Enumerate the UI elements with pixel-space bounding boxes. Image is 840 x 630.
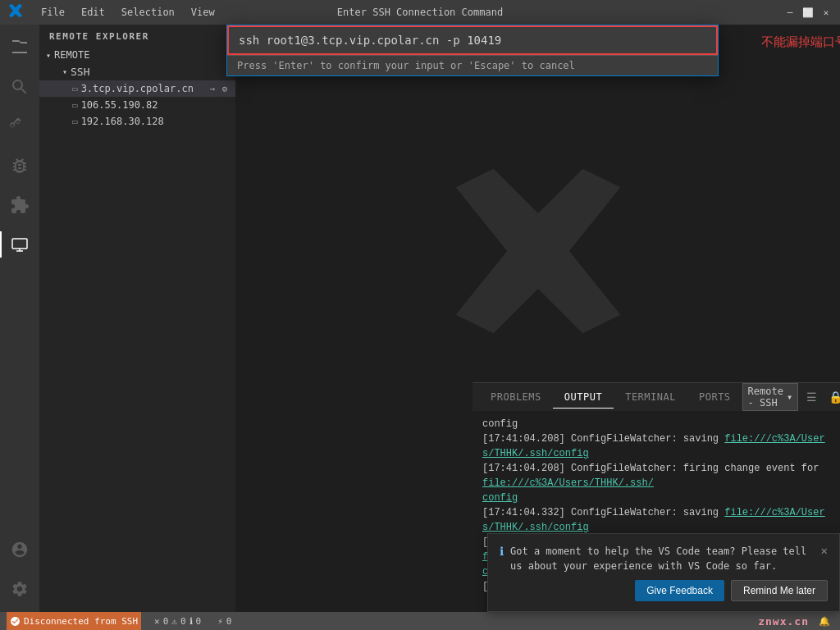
tab-ports[interactable]: PORTS [687,386,742,409]
panel-tabs: PROBLEMS OUTPUT TERMINAL PORTS Remote - … [472,383,840,412]
bell-icon: 🔔 [819,616,830,627]
status-ssh-connection[interactable]: Disconnected from SSH [7,612,141,630]
info-icon: ℹ [189,616,193,627]
status-ports[interactable]: ⚡ 0 [214,612,235,630]
ssh-command-input[interactable] [229,27,716,53]
output-link[interactable]: file:///c%3A/Users/THHK/.ssh/config [482,433,825,459]
minimize-button[interactable]: ─ [784,7,796,18]
activity-item-extensions[interactable] [0,185,39,225]
app-icon [8,3,23,21]
host-name-2: 106.55.190.82 [81,99,229,111]
activity-item-source-control[interactable] [0,107,39,146]
menu-selection[interactable]: Selection [115,5,181,20]
command-hint: Press 'Enter' to confirm your input or '… [227,55,718,75]
annotation-text: 不能漏掉端口号 [761,34,840,50]
host-name-1: 3.tcp.vip.cpolar.cn [81,83,205,94]
error-icon: ✕ [154,616,160,627]
remote-label: REMOTE [54,49,89,61]
panel-lock-btn[interactable]: 🔒 [825,389,840,405]
menu-file[interactable]: File [34,5,71,20]
window-controls: ─ ⬜ ✕ [784,7,832,18]
dropdown-label: Remote - SSH [748,386,783,409]
toast-message: Got a moment to help the VS Code team? P… [510,544,815,573]
activity-item-accounts[interactable] [0,530,39,569]
error-count: 0 [163,616,169,627]
svg-rect-0 [12,239,27,249]
status-bar: Disconnected from SSH ✕ 0 ⚠ 0 ℹ 0 ⚡ 0 zn… [0,612,840,630]
ssh-host-3[interactable]: ▭ 192.168.30.128 [39,113,235,130]
sidebar-remote-section: ▾ REMOTE ▾ SSH ▭ 3.tcp.vip.cpolar.cn → ⚙… [39,45,235,131]
command-dialog: Press 'Enter' to confirm your input or '… [226,25,719,76]
give-feedback-button[interactable]: Give Feedback [635,580,724,601]
output-link[interactable]: file:///c%3A/Users/THHK/.ssh/config [482,507,825,533]
main-layout: Remote Explorer ▾ REMOTE ▾ SSH ▭ 3.tcp.v… [0,25,840,612]
output-line: config [482,417,830,431]
dropdown-chevron-icon: ▾ [787,391,792,403]
port-icon: ⚡ [217,616,223,627]
activity-item-remote[interactable] [0,225,39,264]
sidebar-ssh-item[interactable]: ▾ SSH [39,63,235,80]
status-errors[interactable]: ✕ 0 ⚠ 0 ℹ 0 [151,612,204,630]
output-line: [17:41:04.208] ConfigFileWatcher: firing… [482,461,830,505]
restore-button[interactable]: ⬜ [802,7,814,18]
activity-bar-bottom [0,530,39,612]
tab-problems[interactable]: PROBLEMS [479,386,553,409]
warning-count: 0 [180,616,186,627]
watermark-label: znwx.cn [758,615,809,628]
info-count: 0 [196,616,202,627]
host-actions-1: → ⚙ [208,84,229,94]
monitor-icon-1: ▭ [72,84,78,94]
remote-chevron: ▾ [46,51,51,60]
remind-later-button[interactable]: Remind Me later [731,580,828,601]
menu-items: File Edit Selection View [34,5,221,20]
ssh-chevron: ▾ [62,67,67,76]
menu-view[interactable]: View [185,5,221,20]
toast-close-button[interactable]: ✕ [821,544,828,557]
ssh-label: SSH [71,66,89,78]
toast-buttons: Give Feedback Remind Me later [500,580,828,601]
status-notifications[interactable]: 🔔 [815,616,833,627]
activity-item-debug[interactable] [0,146,39,185]
output-line: [17:41:04.208] ConfigFileWatcher: saving… [482,431,830,461]
host-arrow-btn[interactable]: → [208,84,217,94]
monitor-icon-3: ▭ [72,116,78,127]
output-line: [17:41:04.332] ConfigFileWatcher: saving… [482,505,830,535]
monitor-icon-2: ▭ [72,100,78,111]
close-button[interactable]: ✕ [820,7,832,18]
host-name-3: 192.168.30.128 [81,116,229,127]
tab-terminal[interactable]: TERMINAL [614,386,687,409]
sidebar-remote-header[interactable]: ▾ REMOTE [39,47,235,63]
toast-info-icon: ℹ [500,545,504,558]
toast-content: ℹ Got a moment to help the VS Code team?… [500,544,828,573]
editor-area: Press 'Enter' to confirm your input or '… [236,25,840,612]
sidebar-header: Remote Explorer [39,25,235,45]
output-link[interactable]: file:///c%3A/Users/THHK/.ssh/ config [482,477,654,504]
sidebar: Remote Explorer ▾ REMOTE ▾ SSH ▭ 3.tcp.v… [39,25,236,612]
output-source-dropdown[interactable]: Remote - SSH ▾ [742,383,799,411]
tab-output[interactable]: OUTPUT [553,386,614,409]
title-bar-menu: File Edit Selection View [8,3,221,21]
vscode-watermark [448,161,628,345]
activity-item-search[interactable] [0,67,39,107]
ssh-host-1[interactable]: ▭ 3.tcp.vip.cpolar.cn → ⚙ [39,80,235,97]
panel-clear-btn[interactable]: ☰ [803,389,820,405]
notification-toast: ℹ Got a moment to help the VS Code team?… [487,533,840,612]
activity-bar [0,25,39,612]
activity-item-explorer[interactable] [0,28,39,67]
warning-icon: ⚠ [171,616,177,627]
menu-edit[interactable]: Edit [75,5,112,20]
port-count: 0 [226,616,232,627]
panel-toolbar: Remote - SSH ▾ ☰ 🔒 ⧉ ∧ ✕ [742,383,840,411]
ssh-status-label: Disconnected from SSH [24,616,138,627]
window-title: Enter SSH Connection Command [337,7,503,18]
host-config-btn[interactable]: ⚙ [220,84,229,94]
activity-item-settings[interactable] [0,569,39,609]
title-bar: File Edit Selection View Enter SSH Conne… [0,0,840,25]
ssh-host-2[interactable]: ▭ 106.55.190.82 [39,97,235,113]
command-input-row [227,25,718,55]
status-bar-right: znwx.cn 🔔 [758,615,833,628]
